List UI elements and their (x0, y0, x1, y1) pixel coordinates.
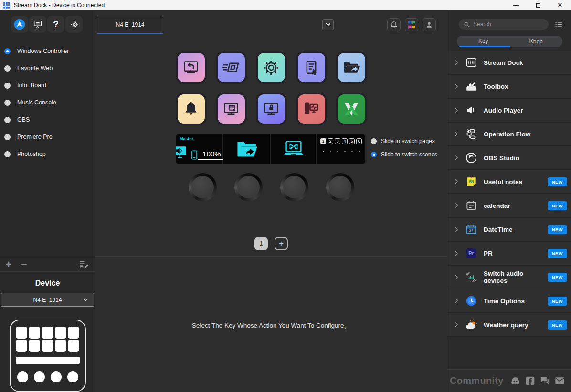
knob-4[interactable] (326, 173, 354, 201)
knob-row (95, 173, 447, 201)
plugin-item-time-options[interactable]: Time OptionsNEW (447, 289, 571, 313)
obs-studio-icon (465, 151, 478, 165)
profile-item-windows-controller[interactable]: Windows Controller (0, 42, 95, 60)
radio-unselected (4, 117, 11, 123)
notifications-button[interactable] (387, 18, 401, 31)
plugin-item-operation-flow[interactable]: Operation Flow (447, 123, 571, 146)
bell-icon (389, 20, 399, 30)
minimize-button[interactable]: — (505, 0, 527, 10)
account-button[interactable] (423, 18, 436, 31)
profile-label: OBS (17, 116, 30, 123)
volume-value: 100% (198, 150, 226, 160)
app-store-button[interactable] (11, 16, 28, 33)
collapse-button[interactable] (322, 19, 334, 30)
chevron-right-icon (453, 59, 460, 66)
plugin-label: OBS Studio (484, 155, 567, 162)
page-selector: 1 + (95, 237, 447, 250)
plugin-item-weather-query[interactable]: Weather queryNEW (447, 313, 571, 337)
close-button[interactable]: ✕ (549, 0, 571, 10)
plugin-item-useful-notes[interactable]: Useful notesNEW (447, 170, 571, 194)
search-input[interactable] (473, 21, 544, 28)
center-panel: N4 E_1914 Master 100% (95, 10, 447, 392)
device-preview-key (68, 327, 79, 339)
app-logo-icon (3, 2, 10, 9)
list-view-button[interactable] (554, 20, 563, 29)
plugin-label: Useful notes (484, 178, 548, 186)
profile-item-premiere-pro[interactable]: Premiere Pro (0, 128, 95, 145)
key-tile-bell-tile[interactable] (178, 94, 205, 124)
plugin-item-obs-studio[interactable]: OBS Studio (447, 146, 571, 170)
key-tile-gear-tile[interactable] (258, 53, 285, 82)
whiteboard-button[interactable] (29, 16, 46, 33)
strip-page-4: 4 (342, 138, 348, 144)
key-tile-folder-share[interactable] (338, 53, 365, 82)
device-select[interactable]: N4 E_1914 (1, 293, 94, 307)
key-tile-monitor-return[interactable] (178, 53, 205, 82)
strip-pages-segment[interactable]: 123456 (317, 134, 365, 164)
audio-player-icon (465, 103, 478, 117)
chevron-right-icon (453, 321, 460, 328)
key-tile-monitor-lock[interactable] (258, 94, 285, 124)
radio-selected (4, 48, 11, 54)
device-preview-key (16, 340, 27, 352)
option-slide-to-switch-pages[interactable]: Slide to switch pages (371, 138, 437, 144)
search-box[interactable] (459, 19, 549, 30)
profile-edit-button[interactable] (78, 259, 89, 270)
plugin-label: Stream Dock (484, 59, 567, 66)
device-preview-keys (16, 327, 80, 352)
chevron-right-icon (453, 274, 460, 280)
profile-list: Windows ControllerFavorite WebInfo. Boar… (0, 38, 95, 163)
profile-item-photoshop[interactable]: Photoshop (0, 145, 95, 163)
left-toolbar: ? (0, 10, 95, 38)
key-tile-arrows-logo[interactable] (338, 94, 365, 124)
help-button[interactable]: ? (47, 16, 64, 33)
knob-2[interactable] (234, 173, 263, 201)
key-tile-window-switch[interactable] (218, 53, 245, 82)
profile-item-favorite-web[interactable]: Favorite Web (0, 60, 95, 77)
page-1-button[interactable]: 1 (254, 237, 268, 250)
strip-page-3: 3 (335, 138, 340, 144)
option-slide-to-switch-scenes[interactable]: Slide to switch scenes (371, 151, 437, 158)
strip-folder-segment[interactable] (223, 134, 270, 164)
add-page-button[interactable]: + (275, 237, 288, 250)
key-tile-task-monitor[interactable] (298, 94, 325, 124)
maximize-button[interactable] (527, 0, 549, 10)
strip-screen-segment[interactable] (271, 134, 316, 164)
arrows-logo-icon (340, 98, 362, 120)
tab-key[interactable]: Key (457, 36, 510, 47)
profile-item-obs[interactable]: OBS (0, 111, 95, 128)
facebook-icon[interactable] (525, 375, 536, 386)
premiere-icon: Pr (465, 247, 478, 260)
plugin-label: Toolbox (484, 83, 567, 90)
profile-label: Music Console (17, 99, 56, 106)
profile-item-info-board[interactable]: Info. Board (0, 77, 95, 94)
forum-icon[interactable] (539, 375, 550, 386)
key-tile-monitor-window[interactable] (218, 94, 245, 124)
key-knob-tabs: KeyKnob (457, 36, 562, 47)
plugin-item-calendar[interactable]: calendarNEW (447, 194, 571, 218)
plugin-label: PR (484, 250, 548, 257)
plugin-item-toolbox[interactable]: Toolbox (447, 75, 571, 99)
profile-item-music-console[interactable]: Music Console (0, 94, 95, 111)
plugin-item-switch-audio-devices[interactable]: Switch audio devicesNEW (447, 266, 571, 289)
knob-1[interactable] (189, 173, 217, 201)
device-preview (10, 320, 86, 392)
titlebar: Stream Dock - Device is Connected —✕ (0, 0, 571, 10)
plugin-item-stream-dock[interactable]: Stream Dock (447, 51, 571, 75)
apps-button[interactable] (405, 18, 418, 31)
mail-icon[interactable] (554, 375, 565, 386)
tab-knob[interactable]: Knob (510, 36, 563, 47)
strip-page-2: 2 (328, 138, 333, 144)
strip-volume-segment[interactable]: Master 100% (176, 134, 222, 164)
switch-audio-icon (465, 270, 478, 284)
plugin-item-pr[interactable]: PrPRNEW (447, 242, 571, 266)
plugin-item-datetime[interactable]: 24DateTimeNEW (447, 218, 571, 242)
key-tile-note-cursor[interactable] (298, 53, 325, 82)
device-tab[interactable]: N4 E_1914 (97, 16, 163, 34)
search-row (447, 10, 571, 30)
right-sidebar: KeyKnob Stream DockToolboxAudio PlayerOp… (447, 10, 571, 392)
knob-3[interactable] (280, 173, 308, 201)
discord-icon[interactable] (510, 375, 521, 386)
settings-button[interactable] (65, 16, 83, 33)
plugin-item-audio-player[interactable]: Audio Player (447, 99, 571, 123)
